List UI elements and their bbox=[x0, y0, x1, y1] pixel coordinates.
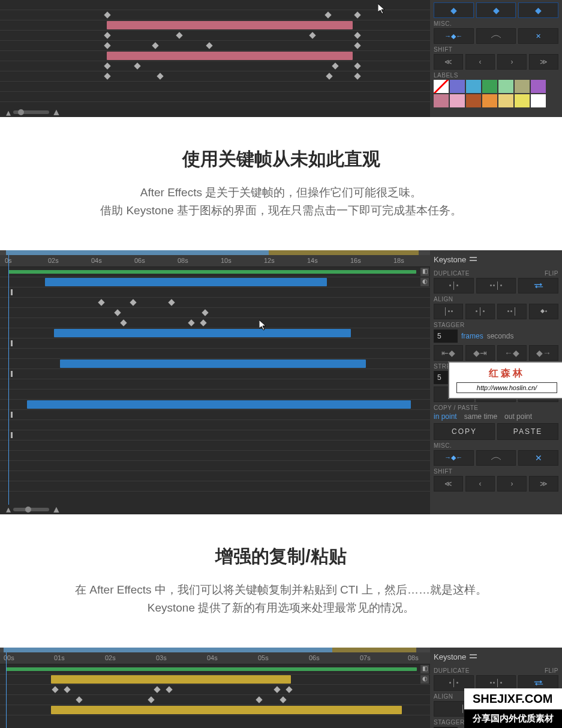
in-point-tab[interactable]: in point bbox=[434, 412, 457, 421]
text-section-1: 使用关键帧从未如此直观 After Effects 是关于关键帧的，但操作它们可… bbox=[0, 117, 562, 250]
text-section-2: 增强的复制/粘贴 在 After Effects 中，我们可以将关键帧复制并粘贴… bbox=[0, 514, 562, 648]
copy-paste-label: COPY / PASTE bbox=[434, 405, 558, 411]
stagger-btn-1[interactable]: ⇤◆ bbox=[434, 345, 463, 361]
side-icon[interactable]: ◧ bbox=[420, 268, 429, 276]
shift-label: SHIFT bbox=[434, 46, 558, 53]
copy-button[interactable]: COPY bbox=[434, 423, 495, 440]
screenshot-1: ▴ ▲ ◆ ◆ ◆ MISC. →◆← ✕ SHIFT ≪ ‹ › ≫ bbox=[0, 0, 562, 117]
button[interactable]: ◆ bbox=[518, 2, 558, 18]
watermark-1: 红森林 http://www.hoslin.cn/ bbox=[448, 361, 562, 399]
label-color[interactable] bbox=[466, 94, 481, 107]
keystone-panel-1: ◆ ◆ ◆ MISC. →◆← ✕ SHIFT ≪ ‹ › ≫ LABELS bbox=[430, 0, 562, 117]
work-area-bar[interactable] bbox=[0, 648, 430, 652]
playhead[interactable] bbox=[8, 255, 9, 507]
flip-label: FLIP bbox=[545, 270, 558, 277]
duplicate-btn-2[interactable] bbox=[476, 278, 516, 293]
frames-unit[interactable]: frames bbox=[461, 332, 483, 340]
watermark-domain: SHEJIXF.COM bbox=[464, 688, 562, 709]
labels-label: LABELS bbox=[434, 72, 558, 79]
side-icon[interactable]: ◐ bbox=[420, 675, 429, 684]
stagger-label: STAGGER bbox=[434, 322, 558, 328]
bottom-watermark: SHEJIXF.COM 分享国内外优质素材 bbox=[464, 688, 562, 728]
shift-next-btn[interactable]: › bbox=[497, 476, 527, 492]
out-point-tab[interactable]: out point bbox=[504, 412, 532, 421]
work-area-bar[interactable] bbox=[0, 250, 430, 255]
shift-prev-btn[interactable]: ‹ bbox=[465, 476, 495, 492]
zoom-in-icon[interactable]: ▲ bbox=[52, 107, 61, 118]
misc-btn-3[interactable]: ✕ bbox=[518, 28, 558, 44]
timeline-1[interactable]: ▴ ▲ bbox=[0, 0, 430, 117]
paragraph-1b: 借助 Keystone 基于图标的界面，现在只需点击一下即可完成基本任务。 bbox=[12, 202, 550, 220]
zoom-in-icon[interactable]: ▲ bbox=[52, 504, 61, 515]
button[interactable]: ◆ bbox=[434, 2, 474, 18]
zoom-out-icon[interactable]: ▴ bbox=[6, 107, 11, 118]
timeline-3[interactable]: 00s 01s 02s 03s 04s 05s 06s 07s 08s ◧ ◐ bbox=[0, 648, 430, 728]
shift-prev-btn[interactable]: ‹ bbox=[465, 54, 495, 70]
misc-btn-3[interactable]: ✕ bbox=[518, 450, 558, 466]
label-color[interactable] bbox=[515, 94, 530, 107]
screenshot-2: 0s 02s 04s 06s 08s 10s 12s 14s 16s 18s ◧… bbox=[0, 250, 562, 514]
shift-last-btn[interactable]: ≫ bbox=[529, 54, 558, 70]
align-btn-3[interactable] bbox=[497, 304, 527, 319]
paragraph-2a: 在 After Effects 中，我们可以将关键帧复制并粘贴到 CTI 上，然… bbox=[12, 581, 550, 599]
label-color[interactable] bbox=[434, 94, 449, 107]
panel-title: Keystone bbox=[434, 652, 466, 661]
align-btn-4[interactable] bbox=[529, 304, 558, 319]
zoom-out-icon[interactable]: ▴ bbox=[6, 504, 11, 515]
align-btn-2[interactable] bbox=[465, 304, 495, 319]
menu-icon[interactable] bbox=[470, 654, 477, 660]
time-ruler[interactable]: 0s 02s 04s 06s 08s 10s 12s 14s 16s 18s bbox=[0, 255, 430, 267]
flip-btn[interactable] bbox=[518, 278, 558, 293]
heading-1: 使用关键帧从未如此直观 bbox=[12, 147, 550, 172]
shift-last-btn[interactable]: ≫ bbox=[529, 476, 558, 492]
mouse-cursor-icon bbox=[378, 4, 386, 17]
paragraph-2b: Keystone 提供了新的有用选项来处理最常见的情况。 bbox=[12, 599, 550, 617]
zoom-slider[interactable] bbox=[13, 508, 49, 511]
watermark-url: http://www.hoslin.cn/ bbox=[456, 382, 557, 393]
misc-btn-2[interactable] bbox=[476, 450, 516, 466]
label-color[interactable] bbox=[531, 94, 546, 107]
side-icon[interactable]: ◐ bbox=[420, 278, 429, 286]
same-time-tab[interactable]: same time bbox=[464, 412, 497, 421]
duplicate-btn-1[interactable] bbox=[434, 278, 474, 293]
shift-next-btn[interactable]: › bbox=[497, 54, 527, 70]
labels-grid bbox=[434, 80, 558, 107]
label-color[interactable] bbox=[531, 80, 546, 93]
seconds-unit[interactable]: seconds bbox=[487, 332, 514, 340]
stagger-input[interactable] bbox=[434, 329, 458, 343]
duplicate-label: DUPLICATE bbox=[434, 667, 470, 674]
misc-btn-2[interactable] bbox=[476, 28, 516, 44]
label-color[interactable] bbox=[482, 80, 497, 93]
label-color[interactable] bbox=[450, 94, 465, 107]
menu-icon[interactable] bbox=[470, 256, 477, 262]
shift-first-btn[interactable]: ≪ bbox=[434, 476, 463, 492]
watermark-slogan: 分享国内外优质素材 bbox=[464, 709, 562, 728]
panel-title: Keystone bbox=[434, 255, 466, 264]
label-color[interactable] bbox=[515, 80, 530, 93]
playhead[interactable] bbox=[6, 652, 7, 728]
label-color[interactable] bbox=[498, 80, 513, 93]
timeline-2[interactable]: 0s 02s 04s 06s 08s 10s 12s 14s 16s 18s ◧… bbox=[0, 250, 430, 514]
label-color[interactable] bbox=[450, 80, 465, 93]
misc-btn-1[interactable]: →◆← bbox=[434, 28, 474, 44]
duplicate-label: DUPLICATE bbox=[434, 270, 470, 277]
stagger-btn-3[interactable]: ←◆ bbox=[497, 345, 527, 361]
stagger-btn-2[interactable]: ◆⇥ bbox=[465, 345, 495, 361]
label-color[interactable] bbox=[482, 94, 497, 107]
label-color[interactable] bbox=[466, 80, 481, 93]
keystone-panel-2: Keystone DUPLICATE FLIP ALIGN STAGGER bbox=[430, 250, 562, 514]
label-color[interactable] bbox=[498, 94, 513, 107]
time-ruler[interactable]: 00s 01s 02s 03s 04s 05s 06s 07s 08s bbox=[0, 652, 430, 664]
align-btn-1[interactable] bbox=[434, 304, 463, 319]
paste-button[interactable]: PASTE bbox=[497, 423, 558, 440]
shift-first-btn[interactable]: ≪ bbox=[434, 54, 463, 70]
misc-btn-1[interactable]: →◆← bbox=[434, 450, 474, 466]
misc-label: MISC. bbox=[434, 442, 558, 449]
paragraph-1a: After Effects 是关于关键帧的，但操作它们可能很乏味。 bbox=[12, 184, 550, 202]
stagger-btn-4[interactable]: ◆→ bbox=[529, 345, 558, 361]
button[interactable]: ◆ bbox=[476, 2, 516, 18]
side-icon[interactable]: ◧ bbox=[420, 665, 429, 673]
zoom-slider[interactable] bbox=[13, 110, 49, 114]
label-color-none[interactable] bbox=[434, 80, 449, 93]
misc-label: MISC. bbox=[434, 20, 558, 27]
